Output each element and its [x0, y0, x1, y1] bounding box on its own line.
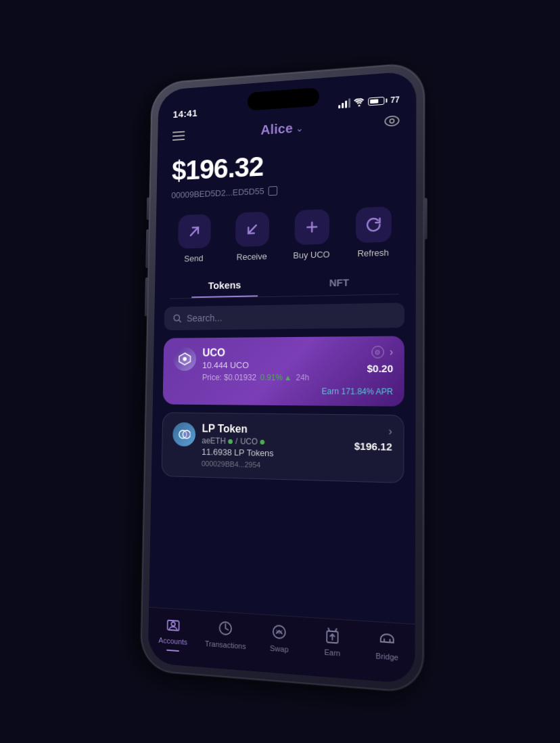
uco-chevron-icon: › — [390, 346, 394, 358]
uco-change: 0.91% ▲ — [260, 373, 292, 382]
svg-point-11 — [183, 430, 190, 438]
nav-bridge[interactable]: Bridge — [367, 629, 407, 669]
uco-period: 24h — [296, 373, 309, 382]
accounts-label: Accounts — [158, 636, 187, 646]
uco-name: UCO — [202, 346, 309, 359]
eye-button[interactable] — [384, 115, 400, 129]
search-placeholder: Search... — [187, 313, 223, 323]
transactions-label: Transactions — [205, 639, 246, 651]
send-icon — [178, 214, 211, 249]
lp-address: 000029BB4...2954 — [202, 459, 274, 470]
svg-line-2 — [190, 227, 197, 235]
mute-button — [147, 198, 149, 220]
buy-uco-icon — [294, 209, 329, 245]
uco-value-section: ⚙ › $0.20 — [367, 346, 393, 374]
phone-wrapper: 14:41 — [140, 62, 425, 694]
uco-settings-icon: ⚙ — [371, 346, 384, 358]
buy-uco-button[interactable]: Buy UCO — [290, 209, 333, 261]
search-container: Search... — [154, 294, 416, 338]
volume-up-button — [145, 229, 149, 268]
receive-icon — [235, 212, 269, 247]
lp-balance: 11.6938 LP Tokens — [202, 447, 274, 458]
lp-chevron-icon: › — [388, 425, 392, 438]
uco-status-dot — [260, 439, 265, 444]
svg-point-1 — [390, 118, 394, 122]
search-bar[interactable]: Search... — [164, 302, 405, 330]
lp-name: LP Token — [202, 423, 274, 436]
svg-line-17 — [381, 641, 394, 642]
uco-balance: 10.444 UCO — [202, 360, 309, 370]
receive-label: Receive — [237, 251, 267, 262]
swap-icon — [271, 623, 288, 642]
tab-nft[interactable]: NFT — [281, 269, 399, 296]
status-time: 14:41 — [172, 107, 197, 120]
uco-earn-badge: Earn 171.84% APR — [173, 386, 394, 397]
chevron-down-icon: ⌄ — [296, 122, 304, 133]
swap-label: Swap — [270, 644, 289, 654]
accounts-underline — [166, 650, 179, 652]
lp-value: $196.12 — [354, 440, 392, 453]
action-buttons: Send Receive — [156, 194, 417, 269]
power-button — [425, 198, 427, 240]
svg-point-6 — [174, 315, 179, 321]
uco-value: $0.20 — [367, 363, 393, 374]
lp-avatar — [172, 422, 195, 447]
svg-line-3 — [248, 225, 256, 233]
nav-earn[interactable]: Earn — [313, 625, 352, 665]
svg-point-13 — [171, 622, 175, 626]
battery-percent: 77 — [390, 95, 400, 105]
uco-avatar — [173, 347, 196, 371]
svg-point-15 — [273, 625, 285, 639]
phone-screen: 14:41 — [148, 71, 417, 684]
token-item-uco[interactable]: UCO 10.444 UCO Price: $0.01932 0.91% ▲ 2… — [163, 336, 404, 407]
lp-pair: aeETH / UCO — [202, 436, 274, 447]
earn-icon — [323, 626, 342, 646]
account-name: Alice — [261, 120, 294, 137]
svg-point-0 — [385, 116, 398, 126]
volume-down-button — [145, 277, 148, 316]
svg-line-7 — [179, 320, 181, 322]
uco-price: Price: $0.01932 — [202, 373, 256, 382]
battery-icon — [368, 97, 387, 106]
bridge-icon — [378, 629, 396, 649]
token-item-lp[interactable]: LP Token aeETH / UCO 11.6938 LP Tokens 0… — [162, 412, 404, 483]
lp-info: LP Token aeETH / UCO 11.6938 LP Tokens 0… — [202, 423, 274, 470]
uco-info: UCO 10.444 UCO Price: $0.01932 0.91% ▲ 2… — [202, 346, 310, 382]
refresh-icon — [355, 206, 391, 243]
account-selector[interactable]: Alice ⌄ — [261, 120, 304, 137]
send-button[interactable]: Send — [174, 214, 214, 264]
copy-button[interactable] — [268, 185, 277, 195]
menu-button[interactable] — [172, 131, 185, 140]
signal-icon — [338, 98, 350, 108]
token-list: UCO 10.444 UCO Price: $0.01932 0.91% ▲ 2… — [149, 336, 415, 624]
refresh-button[interactable]: Refresh — [351, 206, 395, 259]
wifi-icon — [354, 98, 365, 107]
accounts-icon — [165, 615, 182, 634]
tab-tokens[interactable]: Tokens — [170, 271, 281, 298]
buy-uco-label: Buy UCO — [293, 249, 329, 261]
earn-label: Earn — [324, 648, 340, 657]
aeeth-status-dot — [229, 438, 233, 443]
bridge-label: Bridge — [375, 652, 398, 662]
transactions-icon — [217, 618, 235, 637]
nav-accounts[interactable]: Accounts — [155, 614, 191, 652]
balance-amount: $196.32 — [172, 143, 400, 187]
nav-swap[interactable]: Swap — [260, 622, 298, 661]
refresh-label: Refresh — [357, 248, 388, 259]
receive-button[interactable]: Receive — [231, 211, 273, 262]
search-icon — [173, 314, 182, 323]
nav-transactions[interactable]: Transactions — [205, 618, 246, 656]
send-label: Send — [184, 253, 203, 263]
lp-value-section: › $196.12 — [354, 425, 392, 453]
status-icons: 77 — [338, 95, 400, 108]
token-tabs: Tokens NFT — [155, 263, 416, 299]
visibility-icon — [384, 115, 399, 127]
uco-price-row: Price: $0.01932 0.91% ▲ 24h — [202, 373, 310, 382]
svg-line-5 — [307, 227, 317, 227]
phone-frame: 14:41 — [140, 62, 425, 694]
